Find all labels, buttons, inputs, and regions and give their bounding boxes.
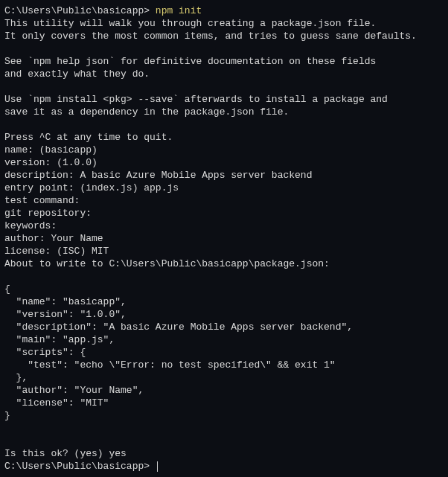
- json-preview-line: "main": "app.js",: [4, 333, 444, 346]
- prompt-author: author: Your Name: [4, 232, 444, 245]
- json-preview-line: "version": "1.0.0",: [4, 308, 444, 321]
- prompt-prefix: C:\Users\Public\basicapp>: [4, 461, 156, 472]
- json-preview-line: "description": "A basic Azure Mobile App…: [4, 321, 444, 333]
- prompt-prefix: C:\Users\Public\basicapp>: [4, 5, 156, 16]
- output-line: Use `npm install <pkg> --save` afterward…: [4, 93, 444, 106]
- prompt-test-command: test command:: [4, 194, 444, 207]
- prompt-name: name: (basicapp): [4, 144, 444, 156]
- output-line: See `npm help json` for definitive docum…: [4, 55, 444, 68]
- blank-line: [4, 435, 444, 447]
- prompt-version: version: (1.0.0): [4, 156, 444, 169]
- json-preview-line: "name": "basicapp",: [4, 295, 444, 308]
- blank-line: [4, 422, 444, 435]
- confirm-line: Is this ok? (yes) yes: [4, 447, 444, 460]
- terminal-output[interactable]: C:\Users\Public\basicapp> npm init This …: [4, 4, 444, 473]
- json-preview-line: },: [4, 371, 444, 384]
- json-preview-line: {: [4, 283, 444, 295]
- prompt-description: description: A basic Azure Mobile Apps s…: [4, 169, 444, 182]
- about-to-write: About to write to C:\Users\Public\basica…: [4, 257, 444, 270]
- blank-line: [4, 80, 444, 93]
- prompt-entry-point: entry point: (index.js) app.js: [4, 182, 444, 194]
- blank-line: [4, 270, 444, 283]
- prompt-git-repository: git repository:: [4, 207, 444, 220]
- json-preview-line: "author": "Your Name",: [4, 384, 444, 397]
- command-line-2[interactable]: C:\Users\Public\basicapp>: [4, 460, 444, 473]
- command-text: npm init: [156, 5, 202, 16]
- output-line: This utility will walk you through creat…: [4, 17, 444, 30]
- prompt-keywords: keywords:: [4, 220, 444, 232]
- command-line-1: C:\Users\Public\basicapp> npm init: [4, 4, 444, 17]
- blank-line: [4, 42, 444, 55]
- json-preview-line: "scripts": {: [4, 346, 444, 359]
- output-line: It only covers the most common items, an…: [4, 30, 444, 42]
- prompt-license: license: (ISC) MIT: [4, 245, 444, 257]
- blank-line: [4, 118, 444, 131]
- json-preview-line: "license": "MIT": [4, 397, 444, 409]
- cursor-icon: [157, 461, 158, 472]
- json-preview-line: }: [4, 409, 444, 422]
- json-preview-line: "test": "echo \"Error: no test specified…: [4, 359, 444, 371]
- output-line: Press ^C at any time to quit.: [4, 131, 444, 144]
- output-line: and exactly what they do.: [4, 68, 444, 80]
- output-line: save it as a dependency in the package.j…: [4, 106, 444, 118]
